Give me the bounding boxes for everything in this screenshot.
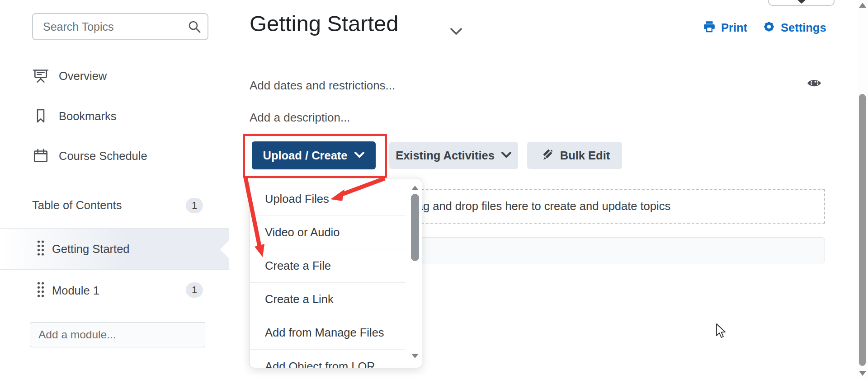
sidebar-item-label: Overview — [59, 70, 107, 83]
add-description-placeholder[interactable]: Add a description... — [250, 111, 350, 125]
module-count-badge: 1 — [186, 282, 203, 298]
sidebar-item-bookmarks[interactable]: Bookmarks — [0, 103, 229, 129]
search-input[interactable] — [32, 13, 208, 40]
bulk-edit-pencils-icon — [539, 148, 554, 164]
bulk-edit-button[interactable]: Bulk Edit — [527, 142, 622, 169]
title-chevron-down-icon[interactable] — [449, 27, 463, 38]
gear-icon — [762, 20, 776, 35]
print-icon — [703, 20, 716, 35]
settings-button[interactable]: Settings — [762, 20, 826, 35]
sidebar-item-course-schedule[interactable]: Course Schedule — [0, 143, 229, 168]
top-collapsed-dropdown-button[interactable] — [768, 0, 835, 6]
print-button[interactable]: Print — [703, 20, 747, 35]
chevron-down-icon — [354, 151, 365, 160]
sidebar-module-getting-started[interactable]: Getting Started — [0, 228, 229, 270]
visibility-eye-icon[interactable] — [807, 77, 822, 91]
settings-label: Settings — [781, 21, 826, 34]
scrollbar-thumb[interactable] — [859, 94, 866, 366]
sidebar-item-label: Bookmarks — [59, 110, 117, 123]
upload-create-dropdown-menu: Upload Files Video or Audio Create a Fil… — [250, 178, 422, 368]
menu-scroll-up-icon[interactable] — [411, 186, 419, 190]
add-module-box — [30, 322, 205, 347]
module-label: Module 1 — [52, 284, 99, 297]
calendar-icon — [32, 147, 50, 164]
content-page: Overview Bookmarks Course Schedule Table… — [0, 0, 868, 379]
module-label: Getting Started — [52, 243, 130, 256]
bulk-edit-label: Bulk Edit — [560, 149, 610, 162]
existing-activities-button[interactable]: Existing Activities — [389, 142, 518, 169]
drag-handle-icon[interactable] — [37, 240, 44, 258]
menu-item-add-from-manage-files[interactable]: Add from Manage Files — [250, 316, 406, 350]
dropzone-hint-text: Drag and drop files here to create and u… — [405, 200, 670, 213]
presentation-icon — [32, 67, 50, 84]
drag-handle-icon[interactable] — [37, 281, 44, 299]
upload-create-button[interactable]: Upload / Create — [252, 141, 376, 169]
toc-count-badge: 1 — [186, 198, 203, 213]
menu-scrollbar-thumb[interactable] — [411, 194, 419, 261]
sidebar-module-module-1[interactable]: Module 1 1 — [0, 270, 229, 311]
search-icon[interactable] — [188, 20, 201, 35]
menu-item-video-or-audio[interactable]: Video or Audio — [250, 216, 406, 249]
caret-down-icon — [796, 0, 807, 4]
existing-activities-label: Existing Activities — [396, 149, 495, 162]
chevron-down-icon — [501, 151, 512, 160]
bookmark-icon — [32, 108, 50, 124]
course-sidebar: Overview Bookmarks Course Schedule Table… — [0, 0, 229, 379]
menu-item-create-a-file[interactable]: Create a File — [250, 249, 406, 283]
sidebar-item-overview[interactable]: Overview — [0, 63, 229, 89]
search-topics-box — [32, 13, 208, 40]
print-label: Print — [721, 21, 747, 34]
page-title: Getting Started — [250, 11, 399, 36]
scroll-down-icon[interactable] — [859, 371, 866, 376]
menu-item-upload-files[interactable]: Upload Files — [250, 182, 406, 216]
add-dates-placeholder[interactable]: Add dates and restrictions... — [250, 79, 395, 93]
mouse-cursor — [716, 323, 727, 341]
scroll-up-icon[interactable] — [859, 3, 866, 8]
table-of-contents-row[interactable]: Table of Contents 1 — [0, 194, 229, 219]
menu-item-create-a-link[interactable]: Create a Link — [250, 283, 406, 316]
toc-label: Table of Contents — [32, 199, 122, 212]
page-scrollbar[interactable] — [857, 0, 868, 379]
menu-scroll-down-icon[interactable] — [411, 354, 419, 358]
add-module-input[interactable] — [30, 322, 205, 347]
dropdown-item-list: Upload Files Video or Audio Create a Fil… — [250, 182, 422, 368]
sidebar-item-label: Course Schedule — [59, 150, 147, 163]
menu-item-add-object-from-lor[interactable]: Add Object from LOR — [250, 350, 406, 368]
upload-create-label: Upload / Create — [263, 149, 347, 162]
